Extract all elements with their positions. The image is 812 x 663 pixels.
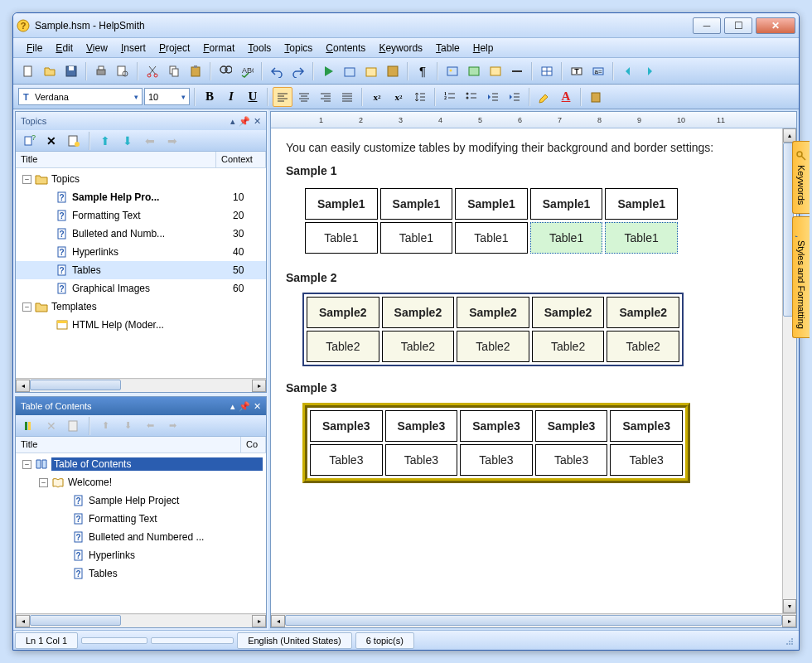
- menu-tools[interactable]: Tools: [241, 40, 278, 56]
- move-left-button[interactable]: ⬅: [140, 131, 160, 151]
- toc-item[interactable]: ?Tables: [16, 564, 266, 583]
- table-header-cell[interactable]: Sample3: [460, 410, 533, 442]
- autohide-icon[interactable]: ▴: [230, 401, 235, 412]
- delete-topic-button[interactable]: ✕: [41, 131, 61, 151]
- table-cell[interactable]: Table1: [380, 222, 453, 254]
- preview-button[interactable]: [113, 61, 133, 81]
- topics-col-title[interactable]: Title: [16, 152, 216, 167]
- menu-project[interactable]: Project: [152, 40, 196, 56]
- topic-item[interactable]: ?Tables50: [16, 261, 266, 279]
- toc-down-button[interactable]: ⬇: [118, 416, 138, 436]
- open-button[interactable]: [40, 61, 60, 81]
- find-button[interactable]: [215, 61, 235, 81]
- save-button[interactable]: [61, 61, 81, 81]
- menu-format[interactable]: Format: [196, 40, 241, 56]
- move-up-button[interactable]: ⬆: [95, 131, 115, 151]
- new-topic-button[interactable]: ?: [19, 131, 39, 151]
- toc-tree[interactable]: −Table of Contents−Welcome!?Sample Help …: [16, 453, 266, 613]
- table-header-cell[interactable]: Sample3: [385, 410, 458, 442]
- editor[interactable]: You can easily customize tables by modif…: [271, 128, 782, 613]
- new-toc-button[interactable]: [19, 416, 39, 436]
- paste-button[interactable]: [186, 61, 205, 81]
- autohide-icon[interactable]: ▴: [230, 116, 235, 127]
- run-button[interactable]: [318, 61, 338, 81]
- redo-button[interactable]: [288, 61, 308, 81]
- table-cell[interactable]: Table2: [532, 331, 605, 362]
- line-spacing-button[interactable]: [410, 87, 430, 107]
- field-button[interactable]: a=: [588, 61, 608, 81]
- menu-topics[interactable]: Topics: [278, 40, 319, 56]
- hr-button[interactable]: [507, 61, 527, 81]
- toc-col-title[interactable]: Title: [16, 437, 241, 452]
- font-color-button[interactable]: A: [556, 87, 576, 107]
- table-header-cell[interactable]: Sample1: [380, 188, 453, 220]
- indent-button[interactable]: [505, 87, 524, 107]
- table-header-cell[interactable]: Sample2: [457, 297, 529, 328]
- toc-root[interactable]: −Table of Contents: [16, 455, 266, 473]
- toc-item[interactable]: ?Sample Help Project: [16, 491, 266, 510]
- table-cell[interactable]: Table3: [460, 444, 533, 476]
- subscript-button[interactable]: x2: [389, 87, 408, 107]
- table-cell[interactable]: Table3: [535, 444, 608, 476]
- pin-icon[interactable]: 📌: [239, 401, 250, 412]
- menu-table[interactable]: Table: [429, 40, 466, 56]
- image-button[interactable]: [442, 61, 462, 81]
- menu-edit[interactable]: Edit: [49, 40, 80, 56]
- table-header-cell[interactable]: Sample1: [530, 188, 603, 220]
- maximize-button[interactable]: ☐: [724, 17, 752, 34]
- topic-item[interactable]: ?Hyperlinks40: [16, 243, 266, 261]
- paste-formatting-button[interactable]: [586, 87, 606, 107]
- align-center-button[interactable]: [294, 87, 314, 107]
- settings-button[interactable]: [383, 61, 403, 81]
- table-cell[interactable]: Table2: [457, 331, 529, 362]
- underline-button[interactable]: U: [243, 87, 263, 107]
- topic-item[interactable]: ?Sample Help Pro...10: [16, 188, 266, 206]
- toc-col-co[interactable]: Co: [241, 437, 266, 452]
- highlight-button[interactable]: [534, 87, 554, 107]
- bullet-list-button[interactable]: [462, 87, 481, 107]
- move-down-button[interactable]: ⬇: [118, 131, 138, 151]
- nav-back-button[interactable]: [618, 61, 638, 81]
- table-header-cell[interactable]: Sample3: [535, 410, 608, 442]
- table-cell[interactable]: Table2: [607, 331, 679, 362]
- table-header-cell[interactable]: Sample3: [610, 410, 683, 442]
- table-cell[interactable]: Table3: [385, 444, 458, 476]
- delete-toc-button[interactable]: ✕: [41, 416, 61, 436]
- image2-button[interactable]: [464, 61, 484, 81]
- editor-hscroll[interactable]: ◂▸: [271, 613, 796, 627]
- topics-tree[interactable]: −Topics?Sample Help Pro...10?Formatting …: [16, 168, 266, 378]
- menu-keywords[interactable]: Keywords: [372, 40, 429, 56]
- table-cell[interactable]: Table2: [307, 331, 379, 362]
- tree-folder-topics[interactable]: −Topics: [16, 170, 266, 188]
- ruler[interactable]: 1234567891011: [271, 112, 796, 128]
- toc-hscroll[interactable]: ◂▸: [16, 613, 266, 627]
- new-button[interactable]: [18, 61, 38, 81]
- table-cell[interactable]: Table1: [605, 222, 678, 254]
- menu-insert[interactable]: Insert: [114, 40, 152, 56]
- table-cell[interactable]: Table3: [310, 444, 383, 476]
- table-header-cell[interactable]: Sample1: [305, 188, 378, 220]
- outdent-button[interactable]: [483, 87, 503, 107]
- font-size-combo[interactable]: 10 ▾: [144, 88, 190, 105]
- topic-item[interactable]: ?Bulleted and Numb...30: [16, 225, 266, 243]
- table-header-cell[interactable]: Sample1: [455, 188, 528, 220]
- menu-contents[interactable]: Contents: [319, 40, 372, 56]
- italic-button[interactable]: I: [221, 87, 241, 107]
- table-header-cell[interactable]: Sample3: [310, 410, 383, 442]
- toc-right-button[interactable]: ➡: [162, 416, 182, 436]
- topic-item[interactable]: ?Formatting Text20: [16, 206, 266, 225]
- template-item[interactable]: HTML Help (Moder...: [16, 316, 266, 334]
- move-right-button[interactable]: ➡: [162, 131, 182, 151]
- sidetab-styles[interactable]: AStyles and Formatting: [792, 216, 800, 338]
- align-left-button[interactable]: [273, 87, 292, 107]
- align-right-button[interactable]: [316, 87, 336, 107]
- sample-table-2[interactable]: Sample2Sample2Sample2Sample2Sample2Table…: [302, 293, 684, 366]
- close-panel-icon[interactable]: ✕: [254, 401, 261, 412]
- image3-button[interactable]: [486, 61, 505, 81]
- table-cell[interactable]: Table1: [530, 222, 603, 254]
- spellcheck-button[interactable]: ABC: [237, 61, 257, 81]
- table-cell[interactable]: Table2: [382, 331, 455, 362]
- numbered-list-button[interactable]: 12: [440, 87, 460, 107]
- compile2-button[interactable]: [361, 61, 381, 81]
- toc-item[interactable]: ?Bulleted and Numbered ...: [16, 528, 266, 546]
